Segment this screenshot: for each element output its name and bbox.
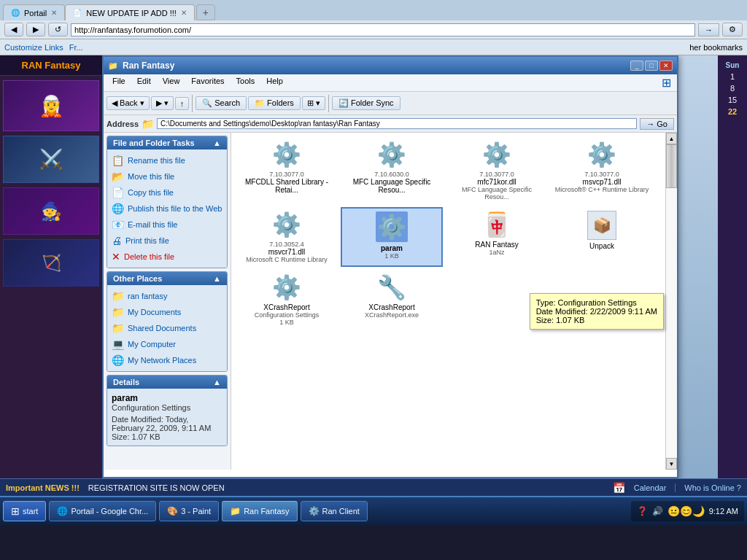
unpack-name: Unpack [589,242,614,250]
bookmark-fr[interactable]: Fr... [69,43,83,52]
taskbar-item-ran-client[interactable]: ⚙️ Ran Client [301,501,368,521]
tab-bar: 🌐 Portail ✕ 📄 NEW UPDATE IP ADD !!! ✕ + [0,0,747,20]
param-name: param [381,244,403,252]
ran-fantasy-name: RAN Fantasy [475,241,518,249]
file-item-msvcp71[interactable]: ⚙️ 7.10.3077.0 msvcp71.dll Microsoft® C+… [551,137,653,204]
toolbar-search[interactable]: 🔍 Search [196,96,247,110]
file-folder-tasks-header[interactable]: File and Folder Tasks ▲ [107,136,227,149]
explorer-body: File and Folder Tasks ▲ 📋 Rename this fi… [104,133,677,470]
cal-day-4: 22 [728,107,737,116]
file-item-xcrash-exe[interactable]: 🔧 XCrashReport XCrashReport.exe [341,270,443,330]
toolbar-up[interactable]: ↑ [175,97,190,110]
details-header[interactable]: Details ▲ [107,376,227,389]
menu-tools[interactable]: Tools [231,75,261,90]
rename-task[interactable]: 📋 Rename this file [110,152,224,168]
details-filename: param [112,393,222,403]
start-button[interactable]: ⊞ start [3,501,46,521]
mfc71kor-version: 7.10.3077.0 [479,171,514,178]
ran-client-icon: ⚙️ [309,506,320,516]
taskbar-item-ran-fantasy[interactable]: 📁 Ran Fantasy [222,501,297,521]
delete-task[interactable]: ✕ Delete this file [110,249,224,265]
forward-button[interactable]: ▶ [26,23,45,36]
explorer-path-field[interactable] [157,118,637,129]
tab-new-update[interactable]: 📄 NEW UPDATE IP ADD !!! ✕ [65,4,195,20]
toolbar-folder-sync[interactable]: 🔄 Folder Sync [332,96,400,110]
place-ran-fantasy[interactable]: 📁 ran fantasy [110,288,224,304]
bookmark-her: her bookmarks [689,43,743,52]
update-tab-close[interactable]: ✕ [181,9,187,17]
file-item-mfcdll[interactable]: ⚙️ 7.10.3077.0 MFCDLL Shared Library - R… [236,137,338,204]
cal-day-2: 8 [730,84,735,93]
menu-edit[interactable]: Edit [131,75,157,90]
publish-icon: 🌐 [112,203,124,214]
explorer-go-button[interactable]: → Go [640,118,674,130]
bookmarks-bar: Customize Links Fr... her bookmarks [0,39,747,55]
file-item-unpack[interactable]: 📦 Unpack [551,207,653,267]
xcrash-exe-icon: 🔧 [377,273,406,301]
place-my-computer[interactable]: 💻 My Computer [110,336,224,352]
explorer-left-panel: File and Folder Tasks ▲ 📋 Rename this fi… [104,133,231,470]
file-item-ran-fantasy[interactable]: 🀄 RAN Fantasy 1aNz [446,207,548,267]
minimize-button[interactable]: _ [630,61,643,71]
close-button[interactable]: ✕ [659,61,673,71]
back-button[interactable]: ◀ [4,23,23,36]
place-shared-documents[interactable]: 📁 Shared Documents [110,320,224,336]
copy-task[interactable]: 📄 Copy this file [110,184,224,201]
menu-file[interactable]: File [107,75,131,90]
menu-favorites[interactable]: Favorites [185,75,230,90]
update-tab-label: NEW UPDATE IP ADD !!! [86,9,177,18]
taskbar-item-paint[interactable]: 🎨 3 - Paint [159,501,219,521]
other-places-header[interactable]: Other Places ▲ [107,272,227,285]
place-my-network[interactable]: 🌐 My Network Places [110,352,224,368]
mfcdll-name: MFCDLL Shared Library - Retai... [239,178,334,194]
toolbar-views[interactable]: ⊞ ▾ [302,96,325,110]
explorer-scrollbar[interactable]: ▲ ▼ [665,133,677,470]
taskbar: ⊞ start 🌐 Portail - Google Chr... 🎨 3 - … [0,496,747,525]
menu-help[interactable]: Help [260,75,289,90]
browser-settings-button[interactable]: ⚙ [722,23,743,36]
email-icon: 📧 [112,219,124,230]
msvcp71-name: msvcp71.dll [583,178,622,186]
toolbar-forward[interactable]: ▶ ▾ [151,96,174,110]
publish-task[interactable]: 🌐 Publish this file to the Web [110,201,224,217]
browser-go-button[interactable]: → [698,23,719,36]
bookmark-customize[interactable]: Customize Links [4,43,63,52]
file-item-xcrash-cfg[interactable]: ⚙️ XCrashReport Configuration Settings 1… [236,270,338,330]
refresh-button[interactable]: ↺ [48,23,68,36]
ran-fantasy-icon: 🀄 [482,211,511,238]
place-my-documents[interactable]: 📁 My Documents [110,304,224,320]
explorer-toolbar: ◀ Back ▾ ▶ ▾ ↑ 🔍 Search 📁 Folders ⊞ ▾ 🔄 … [104,92,677,115]
tab-portail[interactable]: 🌐 Portail ✕ [3,4,65,20]
file-item-mfc71kor[interactable]: ⚙️ 7.10.3077.0 mfc71kor.dll MFC Language… [446,137,548,204]
titlebar-controls: _ □ ✕ [630,61,673,71]
msvcr71-icon: ⚙️ [272,211,301,238]
delete-icon: ✕ [112,251,120,262]
xcrash-exe-sub: XCrashReport.exe [365,311,419,319]
help-icon[interactable]: ❓ [637,506,648,516]
site-logo: RAN Fantasy [0,55,102,76]
menu-view[interactable]: View [157,75,186,90]
file-item-mfc-lang1[interactable]: ⚙️ 7.10.6030.0 MFC Language Specific Res… [341,137,443,204]
my-docs-icon: 📁 [112,306,124,318]
explorer-titlebar: 📁 Ran Fantasy _ □ ✕ [104,57,677,74]
scroll-down-arrow[interactable]: ▼ [666,458,677,470]
toolbar-folders[interactable]: 📁 Folders [248,96,301,110]
param-icon: ⚙️ [376,211,408,242]
print-task[interactable]: 🖨 Print this file [110,233,224,249]
new-tab-button[interactable]: + [196,4,215,20]
explorer-window: 📁 Ran Fantasy _ □ ✕ File Edit View Favor… [102,55,678,478]
scroll-up-arrow[interactable]: ▲ [666,133,677,144]
taskbar-item-portail[interactable]: 🌐 Portail - Google Chr... [49,501,156,521]
details-size: Size: 1.07 KB [112,432,222,441]
move-task[interactable]: 📂 Move this file [110,168,224,184]
scroll-thumb[interactable] [666,144,677,188]
speaker-icon[interactable]: 🔊 [652,506,663,516]
portail-tab-close[interactable]: ✕ [51,9,57,17]
toolbar-back[interactable]: ◀ Back ▾ [107,96,150,110]
browser-address-bar[interactable] [71,23,695,36]
tooltip-date: Date Modified: 2/22/2009 9:11 AM [536,307,657,316]
maximize-button[interactable]: □ [645,61,658,71]
file-item-param[interactable]: ⚙️ param 1 KB [341,207,443,267]
email-task[interactable]: 📧 E-mail this file [110,217,224,233]
file-item-msvcr71[interactable]: ⚙️ 7.10.3052.4 msvcr71.dll Microsoft C R… [236,207,338,267]
